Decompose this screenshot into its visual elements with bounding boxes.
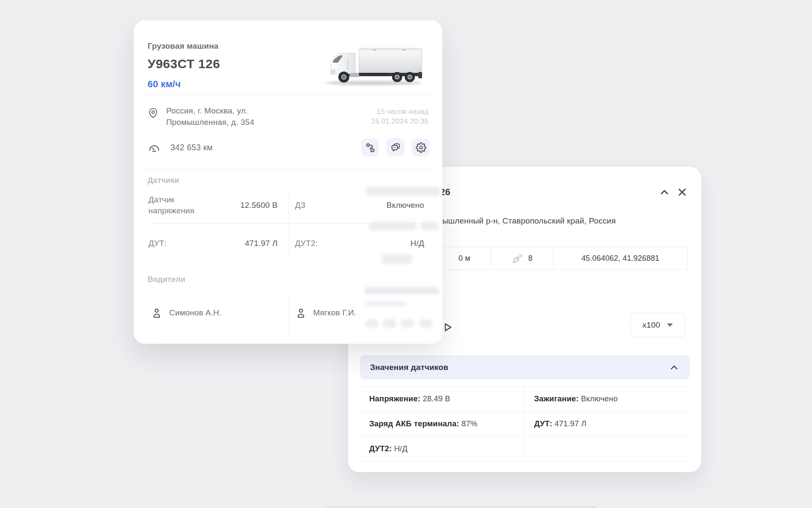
stat-cell-coordinates: 45.064062, 41.926881 bbox=[554, 247, 687, 270]
drivers-grid: Симонов А.Н. Мягков Г.И. bbox=[148, 290, 428, 336]
route-button[interactable] bbox=[361, 138, 379, 156]
stat-cell-satellites: 8 bbox=[491, 247, 554, 270]
vehicle-speed: 60 км/ч bbox=[148, 79, 181, 90]
sensor-value-cell: Заряд АКБ терминала: 87% bbox=[360, 411, 525, 436]
sensor-item: ДУТ: 471.97 Л bbox=[148, 225, 277, 261]
collapse-button[interactable] bbox=[658, 185, 671, 199]
person-icon bbox=[295, 307, 307, 319]
sensor-value-cell: Напряжение: 28.49 В bbox=[360, 387, 525, 411]
playback-address-fragment: ышленный р-н, Ставропольский край, Росси… bbox=[442, 216, 616, 226]
sensor-item: Датчик напряжения 12.5600 В bbox=[148, 187, 277, 223]
sensor-values-title: Значения датчиков bbox=[370, 363, 448, 372]
settings-button[interactable] bbox=[412, 138, 430, 156]
sensors-grid: Датчик напряжения 12.5600 В ДЗ Включено … bbox=[148, 183, 428, 263]
chevron-up-icon bbox=[658, 186, 670, 198]
coordinates-value: 45.064062, 41.926881 bbox=[582, 254, 659, 263]
truck-image bbox=[322, 46, 428, 88]
vehicle-type-label: Грузовая машина bbox=[148, 41, 219, 51]
vehicle-address: Россия, г. Москва, ул. Промышленная, д. … bbox=[166, 105, 254, 128]
settings-gear-icon bbox=[416, 142, 426, 153]
close-button[interactable] bbox=[675, 185, 689, 199]
odometer-icon bbox=[148, 141, 160, 154]
bottom-edge-element bbox=[326, 505, 596, 508]
vehicle-card: Грузовая машина У963СТ 126 60 км/ч bbox=[134, 20, 442, 344]
drivers-section-title: Водители bbox=[148, 275, 185, 284]
last-update-time: 15 часов назад 15.01.2024 20:35 bbox=[371, 105, 428, 128]
satellites-count: 8 bbox=[528, 254, 532, 263]
driver-item: Мягков Г.И. bbox=[295, 290, 357, 336]
altitude-value: 0 м bbox=[458, 254, 470, 263]
route-icon bbox=[365, 142, 376, 153]
sensor-values-table: Напряжение: 28.49 В Зажигание: Включено … bbox=[360, 386, 690, 461]
screen: 26 ышленный р-н, Ставропольский край, Ро… bbox=[0, 0, 812, 508]
person-icon bbox=[151, 307, 162, 319]
sensor-item: ДЗ Включено bbox=[295, 187, 424, 223]
play-icon bbox=[441, 321, 454, 334]
play-button[interactable] bbox=[441, 320, 455, 334]
sensor-values-header[interactable]: Значения датчиков bbox=[360, 355, 690, 379]
divider bbox=[141, 94, 435, 94]
chat-button[interactable] bbox=[387, 138, 404, 156]
divider bbox=[141, 169, 435, 170]
playback-speed-value: x100 bbox=[642, 320, 660, 330]
table-row: ДУТ2: Н/Д bbox=[360, 436, 690, 461]
table-row: Заряд АКБ терминала: 87% ДУТ: 471.97 Л bbox=[360, 411, 690, 436]
driver-name: Мягков Г.И. bbox=[313, 308, 357, 318]
table-row: Напряжение: 28.49 В Зажигание: Включено bbox=[360, 386, 690, 411]
chevron-up-icon bbox=[669, 362, 680, 373]
sensor-item: ДУТ2: Н/Д bbox=[295, 225, 424, 261]
location-pin-icon bbox=[148, 108, 159, 119]
driver-item: Симонов А.Н. bbox=[151, 290, 222, 336]
playback-speed-select[interactable]: x100 bbox=[630, 313, 685, 337]
vehicle-plate: У963СТ 126 bbox=[148, 57, 220, 71]
sensor-value-cell: Зажигание: Включено bbox=[525, 387, 690, 411]
stat-cell-altitude: 0 м bbox=[438, 247, 491, 270]
satellite-icon bbox=[512, 253, 523, 264]
sensor-value-cell: ДУТ: 471.97 Л bbox=[525, 411, 690, 436]
close-icon bbox=[676, 186, 688, 198]
chat-icon bbox=[390, 142, 401, 153]
odometer-value: 342 653 км bbox=[170, 143, 213, 152]
sensor-value-cell bbox=[525, 436, 690, 461]
chevron-down-icon bbox=[667, 323, 673, 327]
driver-name: Симонов А.Н. bbox=[169, 308, 222, 318]
sensor-value-cell: ДУТ2: Н/Д bbox=[360, 436, 525, 461]
